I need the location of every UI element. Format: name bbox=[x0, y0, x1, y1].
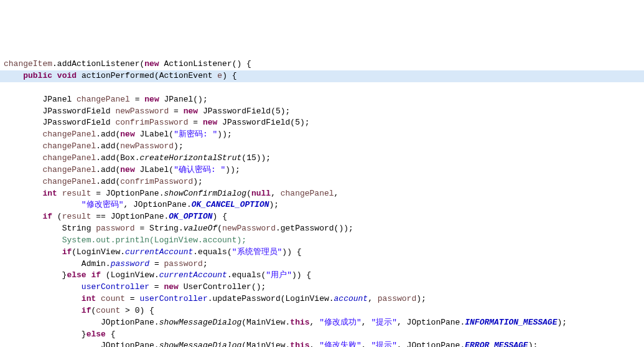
code-line: System.out.println(LoginView.account); bbox=[0, 235, 250, 245]
code-line: Admin.password = password; bbox=[0, 259, 212, 269]
code-line: JOptionPane.showMessageDialog(MainView.t… bbox=[0, 341, 541, 347]
code-line: userController = new UserController(); bbox=[0, 282, 269, 292]
code-line: if(count > 0) { bbox=[0, 306, 158, 315]
code-line: JOptionPane.showMessageDialog(MainView.t… bbox=[0, 318, 571, 327]
code-line: changePanel.add(Box.createHorizontalStru… bbox=[0, 153, 274, 163]
code-line: changePanel.add(new JLabel("新密码: ")); bbox=[0, 130, 236, 139]
code-line-highlight: public void actionPerformed(ActionEvent … bbox=[0, 70, 644, 82]
code-line: "修改密码", JOptionPane.OK_CANCEL_OPTION); bbox=[0, 200, 282, 209]
code-line: JPanel changePanel = new JPanel(); bbox=[0, 95, 212, 104]
code-line: changeItem.addActionListener(new ActionL… bbox=[0, 59, 255, 69]
code-line: String password = String.valueOf(newPass… bbox=[0, 224, 357, 233]
code-line: }else { bbox=[0, 330, 119, 339]
code-line: if (result == JOptionPane.OK_OPTION) { bbox=[0, 212, 231, 221]
code-line: }else if (LoginView.currentAccount.equal… bbox=[0, 270, 315, 280]
code-line: int result = JOptionPane.showConfirmDial… bbox=[0, 189, 342, 198]
code-line: JPasswordField newPassword = new JPasswo… bbox=[0, 107, 294, 116]
code-line: changePanel.add(confrimPassword); bbox=[0, 177, 207, 186]
code-line: changePanel.add(new JLabel("确认密码: ")); bbox=[0, 165, 244, 174]
code-line: int count = userController.updatePasswor… bbox=[0, 294, 430, 303]
code-line: changePanel.add(newPassword); bbox=[0, 141, 187, 151]
code-line: if(LoginView.currentAccount.equals("系统管理… bbox=[0, 247, 306, 257]
code-block: changeItem.addActionListener(new ActionL… bbox=[0, 47, 644, 347]
code-line: JPasswordField confrimPassword = new JPa… bbox=[0, 118, 314, 127]
